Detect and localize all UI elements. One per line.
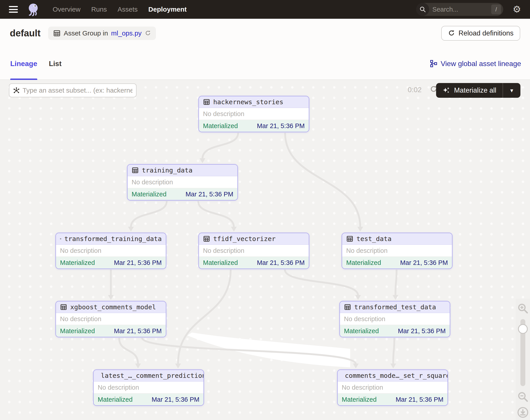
- asset-description: No description: [56, 245, 166, 257]
- asset-name: training_data: [142, 166, 192, 174]
- asset-timestamp[interactable]: Mar 21, 5:36 PM: [152, 396, 199, 403]
- asset-footer: MaterializedMar 21, 5:36 PM: [128, 188, 237, 200]
- asset-node-header: transformed_training_data: [56, 233, 166, 245]
- asset-status: Materialized: [344, 327, 379, 335]
- asset-name: tfidf_vectorizer: [213, 235, 276, 243]
- zoom-slider-knob[interactable]: [518, 324, 528, 334]
- nav-item-deployment[interactable]: Deployment: [148, 6, 187, 13]
- zoom-in-icon[interactable]: [517, 303, 529, 314]
- edge-arrowhead: [128, 227, 134, 232]
- table-icon: [344, 303, 351, 311]
- asset-status: Materialized: [60, 259, 95, 267]
- table-icon: [203, 235, 210, 242]
- asset-node-header: latest_…_comment_predictions: [94, 370, 204, 382]
- asset-timestamp[interactable]: Mar 21, 5:36 PM: [257, 259, 305, 267]
- nav-item-assets[interactable]: Assets: [118, 6, 138, 13]
- asset-timestamp[interactable]: Mar 21, 5:36 PM: [186, 191, 233, 198]
- asset-description: No description: [199, 245, 309, 257]
- asset-node-header: transformed_test_data: [340, 301, 450, 313]
- table-icon: [60, 235, 61, 242]
- settings-gear-icon[interactable]: ⚙: [513, 5, 521, 14]
- reload-icon: [448, 30, 455, 37]
- asset-group-pill: Asset Group in ml_ops.py: [48, 27, 156, 40]
- tab-lineage[interactable]: Lineage: [10, 48, 37, 79]
- tabs: LineageList: [10, 48, 61, 79]
- asset-status: Materialized: [98, 396, 132, 403]
- refresh-icon[interactable]: [145, 30, 151, 36]
- nav-item-runs[interactable]: Runs: [91, 6, 107, 13]
- edge-hackernews_stories-to-test_data: [285, 133, 360, 227]
- edge-training_data-to-transformed_training_data: [131, 201, 167, 227]
- asset-footer: MaterializedMar 21, 5:36 PM: [199, 120, 309, 132]
- page-header: default Asset Group in ml_ops.py Reload …: [0, 19, 530, 48]
- materialize-all-label: Materialize all: [454, 86, 496, 94]
- download-view-icon[interactable]: [517, 407, 529, 418]
- reload-definitions-label: Reload definitions: [459, 29, 514, 37]
- materialize-all-button[interactable]: Materialize all ▾: [436, 83, 520, 98]
- search-box[interactable]: /: [416, 3, 503, 16]
- search-input[interactable]: [432, 6, 484, 13]
- asset-name: latest_…_comment_predictions: [101, 372, 204, 379]
- asset-description: No description: [94, 382, 204, 394]
- asset-group-file-link[interactable]: ml_ops.py: [111, 30, 142, 37]
- search-shortcut-badge: /: [491, 4, 501, 14]
- asset-footer: MaterializedMar 21, 5:36 PM: [338, 394, 447, 405]
- asset-filter-box[interactable]: [9, 83, 136, 97]
- asset-name: xgboost_comments_model: [70, 303, 156, 311]
- reload-definitions-button[interactable]: Reload definitions: [441, 26, 520, 41]
- asset-description: No description: [340, 313, 450, 325]
- asset-node-header: test_data: [342, 233, 452, 245]
- view-global-asset-lineage-link[interactable]: View global asset lineage: [430, 60, 521, 68]
- asset-name: transformed_training_data: [64, 235, 162, 243]
- asset-description: No description: [338, 382, 447, 394]
- asset-footer: MaterializedMar 21, 5:36 PM: [56, 257, 166, 269]
- asset-status: Materialized: [203, 122, 238, 130]
- asset-timestamp[interactable]: Mar 21, 5:36 PM: [400, 259, 448, 267]
- table-icon: [60, 303, 67, 311]
- asset-node-latest_comment_predictions[interactable]: latest_…_comment_predictionsNo descripti…: [93, 369, 204, 406]
- table-icon: [203, 98, 210, 105]
- edge-arrowhead: [135, 363, 141, 368]
- asset-group-label: Asset Group in: [64, 30, 108, 37]
- asset-description: No description: [128, 176, 237, 188]
- op-selector-icon: [13, 87, 20, 94]
- zoom-slider[interactable]: [520, 319, 525, 386]
- edge-arrowhead: [357, 227, 363, 232]
- asset-name: hackernews_stories: [213, 98, 283, 106]
- asset-timestamp[interactable]: Mar 21, 5:36 PM: [396, 396, 443, 403]
- top-nav: OverviewRunsAssetsDeployment / ⚙: [0, 0, 530, 19]
- asset-node-training_data[interactable]: training_dataNo descriptionMaterializedM…: [127, 164, 238, 201]
- asset-node-transformed_training_data[interactable]: transformed_training_dataNo descriptionM…: [55, 233, 166, 269]
- zoom-out-icon[interactable]: [517, 391, 529, 403]
- materialize-dropdown-caret[interactable]: ▾: [503, 87, 520, 94]
- asset-node-test_data[interactable]: test_dataNo descriptionMaterializedMar 2…: [341, 233, 453, 269]
- asset-node-hackernews_stories[interactable]: hackernews_storiesNo descriptionMaterial…: [198, 96, 309, 132]
- dagster-logo-icon[interactable]: [27, 3, 40, 16]
- lineage-graph-canvas[interactable]: 0:02 Materialize all ▾ hackernews_storie…: [0, 80, 530, 420]
- asset-footer: MaterializedMar 21, 5:36 PM: [340, 325, 450, 337]
- asset-timestamp[interactable]: Mar 21, 5:36 PM: [398, 327, 446, 335]
- edge-arrowhead: [231, 227, 237, 232]
- edge-arrowhead: [390, 363, 396, 368]
- asset-status: Materialized: [346, 259, 381, 267]
- nav-item-overview[interactable]: Overview: [53, 6, 81, 13]
- tab-list[interactable]: List: [49, 48, 61, 79]
- hamburger-menu-icon[interactable]: [9, 6, 18, 13]
- asset-node-transformed_test_data[interactable]: transformed_test_dataNo descriptionMater…: [339, 301, 450, 337]
- asset-node-header: hackernews_stories: [199, 96, 309, 108]
- asset-footer: MaterializedMar 21, 5:36 PM: [342, 257, 452, 269]
- asset-filter-input[interactable]: [23, 87, 132, 94]
- asset-status: Materialized: [203, 259, 238, 267]
- global-lineage-label: View global asset lineage: [441, 60, 521, 68]
- asset-node-comments_model_set_r_squared[interactable]: comments_mode…_set_r_squaredNo descripti…: [337, 369, 448, 406]
- asset-node-tfidf_vectorizer[interactable]: tfidf_vectorizerNo descriptionMaterializ…: [198, 233, 309, 269]
- edge-highlight-band: [187, 332, 350, 367]
- asset-timestamp[interactable]: Mar 21, 5:36 PM: [114, 327, 162, 335]
- asset-timestamp[interactable]: Mar 21, 5:36 PM: [257, 122, 305, 130]
- edge-xgboost_comments_model-to-latest_comment_predictions: [119, 338, 138, 364]
- asset-node-xgboost_comments_model[interactable]: xgboost_comments_modelNo descriptionMate…: [55, 301, 166, 337]
- refresh-timer: 0:02: [408, 86, 422, 94]
- asset-timestamp[interactable]: Mar 21, 5:36 PM: [114, 259, 162, 267]
- graph-view-controls: [516, 299, 530, 420]
- edge-arrowhead: [353, 363, 359, 368]
